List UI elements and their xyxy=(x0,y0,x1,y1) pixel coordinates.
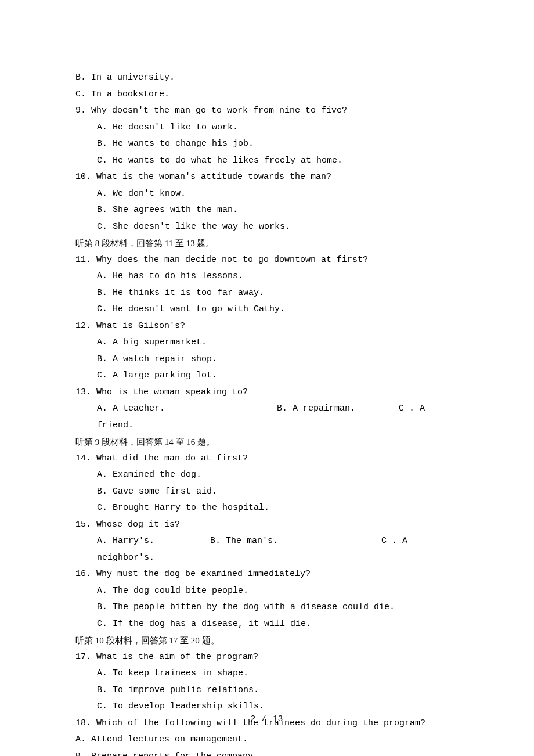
q14-option-c: C. Brought Harry to the hospital. xyxy=(75,500,459,517)
q10-option-a: A. We don't know. xyxy=(75,186,459,203)
q11-option-a: A. He has to do his lessons. xyxy=(75,268,459,285)
q8-option-c: C. In a bookstore. xyxy=(75,87,459,103)
q14-stem: 14. What did the man do at first? xyxy=(75,451,459,467)
page-number: 2 / 13 xyxy=(0,711,534,727)
q17-option-a: A. To keep trainees in shape. xyxy=(75,665,459,682)
q13-option-b: B. A repairman. xyxy=(277,401,399,417)
q15-option-a: A. Harry's. xyxy=(97,533,210,550)
q9-stem: 9. Why doesn't the man go to work from n… xyxy=(75,103,459,120)
q11-stem: 11. Why does the man decide not to go do… xyxy=(75,252,459,269)
q10-option-b: B. She agrees with the man. xyxy=(75,202,459,219)
q16-option-a: A. The dog could bite people. xyxy=(75,583,459,600)
q13-option-a: A. A teacher. xyxy=(97,401,277,417)
q9-option-b: B. He wants to change his job. xyxy=(75,136,459,153)
q10-option-c: C. She doesn't like the way he works. xyxy=(75,219,459,236)
q14-option-b: B. Gave some first aid. xyxy=(75,484,459,501)
q10-stem: 10. What is the woman's attitude towards… xyxy=(75,169,459,186)
section-8-instruction: 听第 8 段材料，回答第 11 至 13 题。 xyxy=(75,235,459,252)
q11-option-b: B. He thinks it is too far away. xyxy=(75,285,459,302)
q12-option-c: C. A large parking lot. xyxy=(75,368,459,384)
q12-option-b: B. A watch repair shop. xyxy=(75,351,459,368)
q17-stem: 17. What is the aim of the program? xyxy=(75,649,459,666)
q13-stem: 13. Who is the woman speaking to? xyxy=(75,384,459,401)
q15-stem: 15. Whose dog it is? xyxy=(75,517,459,534)
q15-option-b: B. The man's. xyxy=(210,533,381,550)
q11-option-c: C. He doesn't want to go with Cathy. xyxy=(75,301,459,318)
q12-stem: 12. What is Gilson's? xyxy=(75,318,459,335)
q15-option-c: C . A xyxy=(381,533,407,550)
q9-option-c: C. He wants to do what he likes freely a… xyxy=(75,153,459,170)
q16-option-c: C. If the dog has a disease, it will die… xyxy=(75,616,459,633)
q16-stem: 16. Why must the dog be examined immedia… xyxy=(75,566,459,583)
section-9-instruction: 听第 9 段材料，回答第 14 至 16 题。 xyxy=(75,434,459,451)
q17-option-b: B. To improve public relations. xyxy=(75,682,459,699)
q8-option-b: B. In a university. xyxy=(75,70,459,87)
q18-option-b: B. Prepare reports for the company. xyxy=(75,748,459,757)
q9-option-a: A. He doesn't like to work. xyxy=(75,120,459,136)
q12-option-a: A. A big supermarket. xyxy=(75,334,459,351)
section-10-instruction: 听第 10 段材料，回答第 17 至 20 题。 xyxy=(75,632,459,649)
q13-option-c: C . A xyxy=(399,401,425,417)
q16-option-b: B. The people bitten by the dog with a d… xyxy=(75,599,459,616)
q13-wrap: friend. xyxy=(75,417,459,434)
q15-wrap: neighbor's. xyxy=(75,550,459,567)
q14-option-a: A. Examined the dog. xyxy=(75,467,459,484)
q18-option-a: A. Attend lectures on management. xyxy=(75,732,459,748)
